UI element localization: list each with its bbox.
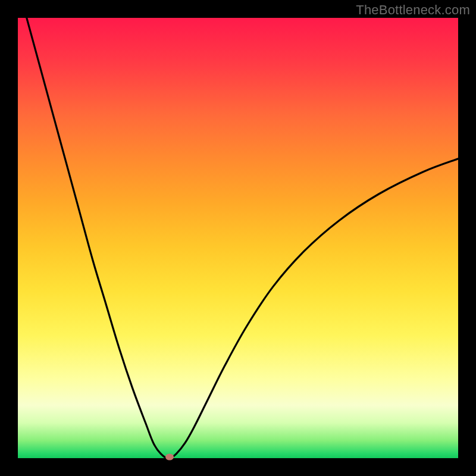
bottleneck-curve [27, 18, 458, 458]
plot-area [18, 18, 458, 458]
minimum-point-marker [165, 454, 174, 461]
curve-svg [18, 18, 458, 458]
watermark-text: TheBottleneck.com [356, 2, 470, 18]
chart-frame: TheBottleneck.com [0, 0, 476, 476]
